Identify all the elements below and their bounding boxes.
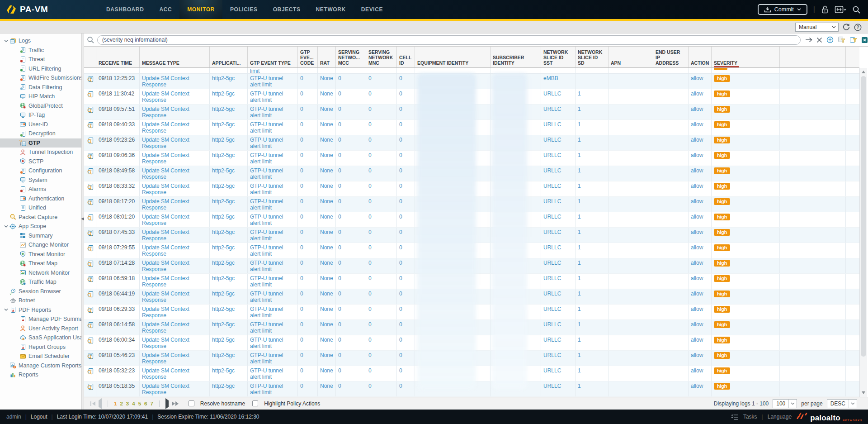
log-row[interactable]: 09/18 06:44:19Update SM Context Response…: [84, 289, 859, 305]
column-header-message-type[interactable]: MESSAGE TYPE: [140, 47, 210, 67]
column-header-spacer1[interactable]: [767, 47, 780, 67]
sidebar-item-url-filtering[interactable]: URL Filtering: [0, 64, 81, 74]
sidebar-item-user-id[interactable]: User-ID: [0, 120, 81, 129]
sidebar-item-change-monitor[interactable]: Change Monitor: [0, 240, 81, 250]
sidebar-item-unified[interactable]: Unified: [0, 203, 81, 213]
log-detail-icon[interactable]: [84, 181, 96, 196]
nav-tab-objects[interactable]: OBJECTS: [265, 0, 308, 19]
help-icon[interactable]: ?: [854, 24, 862, 31]
log-detail-icon[interactable]: [84, 135, 96, 150]
page-number-1[interactable]: 1: [114, 401, 117, 406]
column-header-end-user-ip-address[interactable]: END USER IPADDRESS: [653, 47, 689, 67]
apply-filter-icon[interactable]: [805, 37, 812, 43]
nav-tab-acc[interactable]: ACC: [151, 0, 179, 19]
log-row[interactable]: 09/18 09:40:33Update SM Context Response…: [84, 120, 859, 135]
log-row[interactable]: 09/18 12:25:23Update SM Context Response…: [84, 74, 859, 89]
language-link[interactable]: Language: [768, 414, 792, 420]
last-page-button[interactable]: [172, 401, 179, 406]
page-number-6[interactable]: 6: [144, 401, 147, 406]
log-row[interactable]: 09/18 08:01:20Update SM Context Response…: [84, 212, 859, 228]
sidebar-item-report-groups[interactable]: Report Groups: [0, 343, 81, 352]
nav-tab-policies[interactable]: POLICIES: [222, 0, 265, 19]
column-header-network-slice-id-sd[interactable]: NETWORKSLICE IDSD: [576, 47, 609, 67]
log-row[interactable]: 09/18 07:45:33Update SM Context Response…: [84, 228, 859, 243]
column-header-receive-time[interactable]: RECEIVE TIME: [96, 47, 140, 67]
column-header-subscriber-identity[interactable]: SUBSCRIBERIDENTITY: [491, 47, 541, 67]
sidebar-item-globalprotect[interactable]: GlobalProtect: [0, 101, 81, 111]
sidebar-item-threat-monitor[interactable]: Threat Monitor: [0, 250, 81, 259]
log-detail-icon[interactable]: [84, 274, 96, 289]
page-number-3[interactable]: 3: [126, 401, 129, 406]
sidebar-item-traffic-map[interactable]: Traffic Map: [0, 277, 81, 287]
load-filter-icon[interactable]: [849, 36, 857, 43]
nav-tab-network[interactable]: NETWORK: [308, 0, 354, 19]
column-header-severity[interactable]: SEVERITY: [712, 47, 767, 67]
sidebar-item-alarms[interactable]: Alarms: [0, 185, 81, 194]
log-detail-icon[interactable]: [84, 258, 96, 273]
log-row[interactable]: 09/18 06:59:18Update SM Context Response…: [84, 274, 859, 289]
sidebar-item-threat[interactable]: Threat: [0, 55, 81, 64]
previous-page-button[interactable]: [99, 400, 102, 407]
log-row[interactable]: 09/18 05:32:23Update SM Context Response…: [84, 366, 859, 381]
sidebar-item-traffic[interactable]: Traffic: [0, 46, 81, 55]
chevron-expand-icon[interactable]: [3, 39, 9, 43]
table-vertical-scrollbar[interactable]: [859, 68, 867, 397]
log-detail-icon[interactable]: [84, 166, 96, 181]
log-row-partial[interactable]: limit: [84, 68, 859, 74]
log-detail-icon[interactable]: [84, 105, 96, 119]
log-detail-icon[interactable]: [84, 381, 96, 396]
sidebar-item-summary[interactable]: Summary: [0, 231, 81, 241]
column-header-serving-network-mnc[interactable]: SERVINGNETWORKMNC: [366, 47, 397, 67]
sidebar-item-saas-application-usage[interactable]: SaaS Application Usage: [0, 333, 81, 343]
log-detail-icon[interactable]: [84, 243, 96, 258]
tasks-icon[interactable]: [731, 414, 739, 420]
column-header-action[interactable]: ACTION: [689, 47, 712, 67]
log-row[interactable]: 09/18 07:29:55Update SM Context Response…: [84, 243, 859, 258]
log-row[interactable]: 09/18 09:23:26Update SM Context Response…: [84, 135, 859, 151]
column-header-spacer2[interactable]: [780, 47, 846, 67]
log-row[interactable]: 09/18 06:14:58Update SM Context Response…: [84, 320, 859, 335]
log-row[interactable]: 09/18 09:57:51Update SM Context Response…: [84, 105, 859, 120]
sidebar-item-wildfire-submissions[interactable]: WildFire Submissions: [0, 73, 81, 83]
sidebar-item-configuration[interactable]: Configuration: [0, 166, 81, 176]
sidebar-item-botnet[interactable]: Botnet: [0, 296, 81, 305]
log-detail-icon[interactable]: [84, 212, 96, 227]
sidebar-item-authentication[interactable]: Authentication: [0, 194, 81, 204]
column-header-detail[interactable]: [84, 47, 96, 67]
sidebar-item-data-filtering[interactable]: Data Filtering: [0, 83, 81, 92]
chevron-expand-icon[interactable]: [3, 225, 9, 228]
log-detail-icon[interactable]: [84, 320, 96, 335]
column-header-cell-id[interactable]: CELLID: [397, 47, 415, 67]
sidebar-item-packet-capture[interactable]: Packet Capture: [0, 213, 81, 222]
scrollbar-thumb[interactable]: [861, 76, 866, 357]
column-header-apn[interactable]: APN: [609, 47, 653, 67]
page-number-5[interactable]: 5: [138, 401, 141, 406]
log-row[interactable]: 09/18 08:17:20Update SM Context Response…: [84, 197, 859, 212]
column-header-application[interactable]: APPLICATI...: [210, 47, 248, 67]
sidebar-item-ip-tag[interactable]: IP-Tag: [0, 110, 81, 120]
log-row[interactable]: 09/18 11:30:42Update SM Context Response…: [84, 89, 859, 105]
log-detail-icon[interactable]: [84, 305, 96, 319]
sidebar-item-decryption[interactable]: Decryption: [0, 129, 81, 138]
resolve-hostname-checkbox[interactable]: [189, 400, 194, 406]
log-row[interactable]: 09/18 05:18:35Update SM Context Response…: [84, 381, 859, 397]
per-page-select[interactable]: 100: [773, 399, 797, 408]
sidebar-item-system[interactable]: System: [0, 176, 81, 185]
next-page-button[interactable]: [165, 400, 169, 407]
config-save-icon[interactable]: [835, 5, 846, 14]
sidebar-item-manage-custom-reports[interactable]: Manage Custom Reports: [0, 361, 81, 371]
log-detail-icon[interactable]: [84, 335, 96, 350]
log-detail-icon[interactable]: [84, 151, 96, 166]
sidebar-item-tunnel-inspection[interactable]: Tunnel Inspection: [0, 148, 81, 157]
scroll-down-arrow[interactable]: [862, 391, 865, 394]
save-filter-icon[interactable]: [838, 36, 845, 43]
nav-tab-monitor[interactable]: MONITOR: [179, 0, 222, 19]
page-number-2[interactable]: 2: [120, 401, 123, 406]
sidebar-item-hip-match[interactable]: HIP Match: [0, 92, 81, 101]
sidebar-item-sctp[interactable]: SCTP: [0, 157, 81, 167]
log-detail-icon[interactable]: [84, 351, 96, 366]
scroll-up-arrow[interactable]: [862, 71, 865, 73]
log-detail-icon[interactable]: [84, 366, 96, 381]
log-row[interactable]: 09/18 06:29:33Update SM Context Response…: [84, 305, 859, 320]
nav-tab-dashboard[interactable]: DASHBOARD: [99, 0, 151, 19]
